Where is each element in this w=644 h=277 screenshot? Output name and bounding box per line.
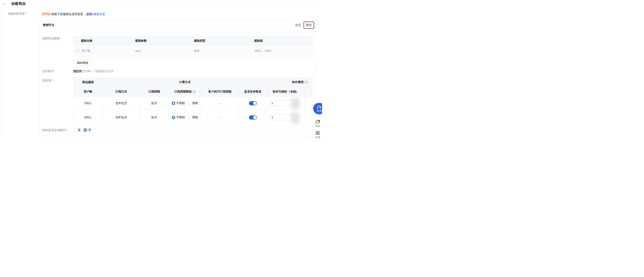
row2-radio-unlimited[interactable] (172, 116, 175, 119)
spec-type: 枚举 (186, 49, 247, 53)
row2-clipped-cell (305, 110, 312, 125)
spec-name: 用户数 (82, 49, 90, 53)
row1-sellable-toggle[interactable] (249, 101, 257, 105)
col-users: 用户数 (74, 87, 103, 97)
sale-items-label: 售卖项* (42, 79, 52, 82)
pricing-mode-label: 定价模式 (42, 69, 54, 73)
headset-icon (317, 105, 322, 109)
back-icon[interactable]: ← (2, 2, 6, 5)
row2-cycle: 按月 (140, 110, 169, 125)
row2-radio-limited[interactable] (188, 116, 191, 119)
row1-clipped-cell (305, 97, 312, 110)
pricing-mode-value: 指定价 (73, 69, 82, 73)
col-cycle: 订阅周期 (140, 87, 169, 97)
row1-cycle: 按月 (140, 97, 169, 110)
row1-customer-cycle: - (201, 97, 239, 110)
sale-items-table: 商品规格 计费方式 软件费用 i 用户数 订阅方式 订阅周期 订阅周期限制 i … (73, 77, 312, 125)
module-required-no-radio[interactable] (84, 128, 87, 132)
row1-price-cell (267, 97, 305, 110)
row2-customer-cycle: - (201, 110, 239, 125)
docs-label: 文档 (315, 136, 320, 138)
feed-cloud-bell-icon (316, 120, 320, 124)
delete-link[interactable]: 删除 (306, 23, 312, 26)
group-header-spec: 商品规格 (74, 78, 103, 87)
collapse-link[interactable]: 收起 (295, 23, 301, 27)
group-header-software-fee: 软件费用 i (267, 78, 312, 87)
docs-book-icon (316, 131, 320, 135)
sync-message: 模板下的规格信息有更新，是否 (51, 12, 92, 16)
row2-price-input[interactable] (270, 114, 290, 121)
row1-limit-group: 不限制 限制 (169, 97, 201, 110)
col-spec-param: 规格参数 (128, 39, 186, 43)
spec-select-label: 选择商品规格* (42, 37, 61, 40)
feed-item[interactable]: 动态 (315, 120, 320, 128)
col-customer-cycle: 客户的可订阅周期 (201, 87, 239, 97)
col-spec-values: 规格值 (247, 39, 313, 43)
docs-item[interactable]: 文档 (315, 131, 320, 138)
row1-radio-limited[interactable] (188, 102, 191, 105)
row1-radio-unlimited[interactable] (172, 102, 175, 105)
sync-latest-link[interactable]: 同步最新信息 (88, 12, 105, 16)
col-spec-name: 规格名称 (74, 39, 128, 43)
sync-status-badge: 待同步 (41, 12, 52, 16)
feed-label: 动态 (315, 124, 320, 128)
row2-sellable-toggle[interactable] (249, 115, 257, 120)
spec-checkbox[interactable] (76, 49, 79, 52)
consult-label: 咨询 (317, 109, 322, 113)
module-card-header: 营销平台 收起 删除 (40, 20, 316, 30)
page-title: 创建商品 (11, 1, 26, 6)
module-required-label: 模块是否必须购买* (42, 128, 67, 132)
pricing-mode-hint: 支持每一个规格独立定价 (82, 69, 114, 73)
spec-table: 规格名称 规格参数 规格类型 规格值 用户数 user 枚举 100人、200人 (73, 36, 313, 57)
row1-spec: 100人 (74, 97, 103, 110)
spec-table-row: 用户数 user 枚举 100人、200人 (74, 45, 313, 56)
module-required-yes-radio[interactable] (73, 128, 76, 132)
row1-sellable-cell (239, 97, 267, 110)
module-required-radios: 是 否 (73, 128, 91, 132)
edit-spec-button[interactable]: 编辑规格 (73, 60, 92, 66)
module-title: 营销平台 (43, 23, 54, 27)
row2-subscribe-mode: 包年包月 (103, 110, 140, 125)
row2-price-cell (267, 110, 305, 125)
row2-spec: 200人 (74, 110, 103, 125)
top-bar: ← 创建商品 (0, 0, 322, 7)
col-subscribe-mode: 订阅方式 (103, 87, 140, 97)
delete-link-wrap[interactable]: 删除 (304, 21, 314, 29)
col-spec-type: 规格类型 (186, 39, 247, 43)
col-cycle-limit: 订阅周期限制 i (169, 87, 201, 97)
row1-redacted-value (291, 98, 300, 109)
content-left-divider (1, 7, 1, 138)
row1-subscribe-mode: 包年包月 (103, 97, 140, 110)
col-clipped (305, 87, 312, 97)
row2-sellable-cell (239, 110, 267, 125)
panel-divider (316, 129, 320, 130)
col-sellable: 是否支持售卖 (239, 87, 267, 97)
required-asterisk: * (25, 12, 26, 15)
spec-param: user (128, 49, 186, 52)
row2-limit-group: 不限制 限制 (169, 110, 201, 125)
group-header-billing: 计费方式 (103, 78, 267, 87)
spec-table-header: 规格名称 规格参数 规格类型 规格值 (74, 36, 313, 45)
spec-values: 100人、200人 (247, 49, 313, 53)
col-list-price: 软件刊例价（含税） (267, 87, 305, 97)
cycle-limit-info-icon[interactable]: i (193, 90, 196, 93)
row1-price-input[interactable] (270, 100, 290, 106)
side-float-panel: 动态 文档 (313, 117, 322, 138)
row2-redacted-value (291, 112, 300, 123)
software-fee-info-icon[interactable]: i (305, 81, 308, 84)
section-label: 规格&售卖项* (8, 12, 26, 16)
